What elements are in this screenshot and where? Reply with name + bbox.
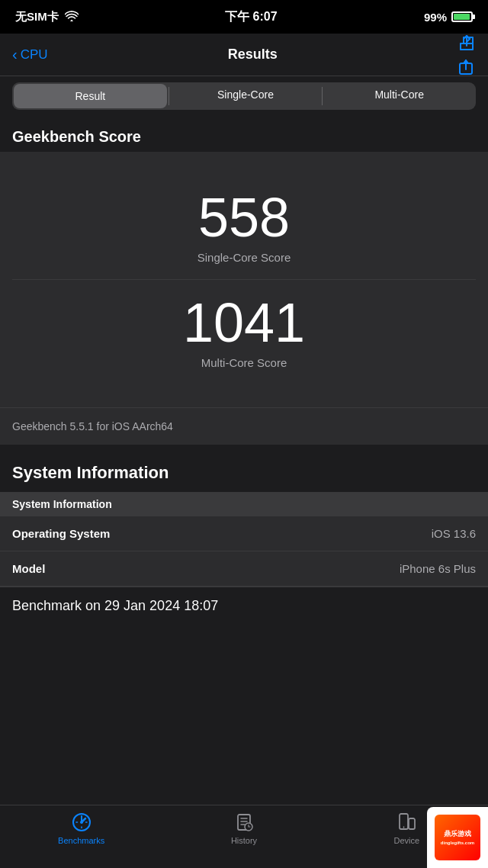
tab-multi-core[interactable]: Multi-Core [323,82,476,110]
info-row-os: Operating System iOS 13.6 [0,516,488,551]
device-label: Device [394,836,420,845]
multi-core-label: Multi-Core Score [12,356,476,369]
model-key: Model [12,562,45,575]
nav-title: Results [228,47,278,63]
os-value: iOS 13.6 [432,527,476,540]
tab-history[interactable]: History [162,812,325,845]
main-content: Result Single-Core Multi-Core Geekbench … [0,76,488,688]
single-core-score: 558 [12,190,476,245]
nav-bar: ‹ CPU Results [0,34,488,76]
benchmarks-icon [71,812,92,833]
single-core-block: 558 Single-Core Score [12,175,476,279]
model-value: iPhone 6s Plus [400,562,476,575]
carrier-label: 无SIM卡 [15,10,59,24]
tab-bar: Benchmarks History Device [0,805,488,868]
tab-benchmarks[interactable]: Benchmarks [0,812,162,845]
benchmark-banner: Benchmark on 29 Jan 2024 18:07 [0,587,488,625]
watermark-text-line1: 鼎乐游戏 [444,829,471,839]
chevron-left-icon: ‹ [12,46,18,63]
wifi-icon [65,11,79,24]
svg-rect-12 [409,818,415,829]
single-core-label: Single-Core Score [12,251,476,264]
segmented-inner: Result Single-Core Multi-Core [12,82,476,110]
segmented-control: Result Single-Core Multi-Core [0,76,488,116]
status-time: 下午 6:07 [225,9,277,25]
battery-percent: 99% [424,11,447,24]
benchmarks-label: Benchmarks [58,836,104,845]
watermark-logo: 鼎乐游戏 dinglegifts.com [435,815,480,860]
share-button[interactable] [458,34,476,76]
os-key: Operating System [12,527,110,540]
benchmark-date: Benchmark on 29 Jan 2024 18:07 [12,598,218,613]
history-icon [233,812,255,833]
back-label: CPU [21,47,48,63]
info-row-model: Model iPhone 6s Plus [0,551,488,587]
system-info-header: System Information [0,445,488,492]
history-label: History [231,836,257,845]
multi-core-block: 1041 Multi-Core Score [12,280,476,384]
tab-result[interactable]: Result [14,84,167,108]
watermark-text-line2: dinglegifts.com [441,840,474,846]
back-button[interactable]: ‹ CPU [12,46,48,63]
system-info-section-header: System Information [0,492,488,516]
version-info: Geekbench 5.5.1 for iOS AArch64 [0,407,488,445]
battery-icon [451,11,473,22]
status-left: 无SIM卡 [15,10,79,24]
device-icon [396,812,417,833]
watermark: 鼎乐游戏 dinglegifts.com [427,807,488,868]
battery-fill [454,14,470,20]
status-bar: 无SIM卡 下午 6:07 99% [0,0,488,34]
score-section: 558 Single-Core Score 1041 Multi-Core Sc… [0,152,488,407]
multi-core-score: 1041 [12,295,476,350]
tab-single-core[interactable]: Single-Core [169,82,323,110]
geekbench-score-header: Geekbench Score [0,116,488,152]
svg-point-5 [80,821,83,824]
status-right: 99% [424,11,473,24]
